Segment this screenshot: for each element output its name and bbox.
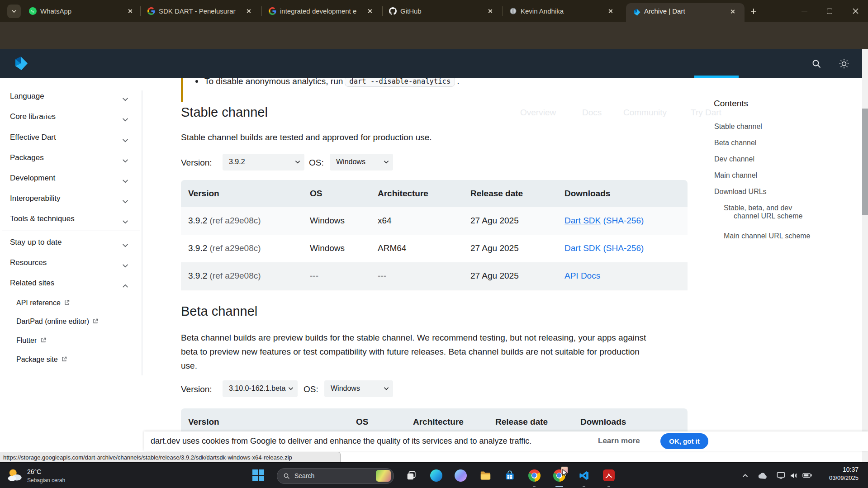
chevron-down-icon[interactable]: [122, 115, 128, 123]
sidebar-item-interoperability[interactable]: Interoperability: [10, 194, 61, 203]
toc-main-channel-scheme[interactable]: Main channel URL scheme: [724, 232, 811, 240]
tab-integrated-development[interactable]: integrated development e: [263, 0, 376, 22]
vscode-button[interactable]: [576, 468, 592, 483]
active-nav-underline: [694, 76, 739, 78]
site-header: Dart Overview Docs Community Try Dart Ge…: [0, 49, 862, 78]
taskbar-clock[interactable]: 10:37 03/09/2025: [814, 466, 859, 481]
stable-description: Stable channel builds are tested and app…: [181, 133, 432, 142]
new-tab-button[interactable]: [747, 5, 760, 18]
sha256-link[interactable]: (SHA-256): [603, 243, 644, 253]
copilot-button[interactable]: [453, 468, 468, 483]
copilot-icon: [455, 469, 467, 482]
tab-sdk-dart-search[interactable]: SDK DART - Penelusuran G: [142, 0, 255, 22]
sidebar-item-effective-dart[interactable]: Effective Dart: [10, 133, 56, 142]
sidebar-item-development[interactable]: Development: [10, 174, 55, 183]
site-search-button[interactable]: [810, 57, 823, 71]
api-docs-link[interactable]: API Docs: [564, 271, 600, 280]
chevron-down-icon[interactable]: [122, 156, 128, 165]
start-button[interactable]: [251, 468, 266, 483]
sidebar-item-language[interactable]: Language: [10, 92, 44, 101]
tab-close-icon[interactable]: [367, 8, 373, 14]
tab-archive-dart-active[interactable]: Archive | Dart: [626, 3, 745, 22]
table-row: 3.9.2 (ref a29e08c) Windows ARM64 27 Agu…: [181, 235, 688, 263]
tab-close-icon[interactable]: [488, 8, 493, 14]
nav-community[interactable]: Community: [623, 108, 667, 118]
window-maximize-button[interactable]: [818, 0, 841, 22]
chevron-down-icon: [384, 387, 389, 390]
sha256-link[interactable]: (SHA-256): [603, 216, 644, 225]
sidebar-item-api-reference[interactable]: API reference: [16, 299, 70, 307]
tab-close-icon[interactable]: [246, 8, 251, 14]
toc-beta-channel[interactable]: Beta channel: [714, 139, 756, 147]
chevron-down-icon[interactable]: [122, 197, 128, 205]
dart-logo-icon[interactable]: [13, 55, 29, 73]
display-cast-button[interactable]: [775, 469, 787, 482]
stable-os-select[interactable]: Windows: [330, 154, 393, 171]
tab-github[interactable]: GitHub: [384, 0, 497, 22]
task-view-button[interactable]: [403, 468, 419, 483]
weather-widget[interactable]: 26°C Sebagian cerah: [4, 464, 85, 486]
tab-whatsapp[interactable]: WhatsApp: [24, 0, 137, 22]
scrollbar-thumb[interactable]: [862, 109, 868, 215]
sidebar-item-related-sites[interactable]: Related sites: [10, 279, 54, 288]
sidebar-item-flutter[interactable]: Flutter: [16, 336, 46, 345]
chevron-down-icon[interactable]: [122, 177, 128, 185]
chevron-down-icon[interactable]: [122, 136, 128, 144]
window-minimize-button[interactable]: [792, 0, 816, 22]
nav-try-dart[interactable]: Try Dart: [691, 108, 721, 118]
hidden-icons-button[interactable]: [739, 469, 751, 482]
chevron-up-icon[interactable]: [122, 282, 128, 290]
chevron-down-icon[interactable]: [122, 218, 128, 226]
chevron-down-icon[interactable]: [122, 241, 128, 249]
tab-search-button[interactable]: [7, 5, 21, 18]
page-scrollbar[interactable]: [862, 49, 868, 462]
google-icon: [269, 7, 276, 15]
battery-button[interactable]: [801, 469, 813, 482]
nav-get-dart[interactable]: Get Dart: [746, 108, 780, 118]
sidebar-item-packages[interactable]: Packages: [10, 153, 44, 162]
sidebar-scrollbar[interactable]: [142, 90, 142, 375]
window-close-button[interactable]: [843, 0, 868, 22]
cookie-learn-more-link[interactable]: Learn more: [598, 436, 640, 445]
toc-download-urls[interactable]: Download URLs: [714, 188, 767, 196]
microsoft-store-button[interactable]: [502, 468, 517, 483]
chrome-button[interactable]: [526, 468, 542, 483]
toc-stable-channel[interactable]: Stable channel: [714, 123, 762, 131]
tab-close-icon[interactable]: [730, 9, 735, 14]
beta-os-select[interactable]: Windows: [324, 380, 393, 397]
sidebar-item-dartpad[interactable]: DartPad (online editor): [16, 317, 98, 326]
nav-docs[interactable]: Docs: [582, 108, 602, 118]
screen: WhatsApp SDK DART - Penelusuran G integr…: [0, 0, 868, 488]
theme-toggle-button[interactable]: [837, 57, 851, 71]
taskbar-search[interactable]: Search: [277, 468, 394, 484]
sidebar-item-tools-techniques[interactable]: Tools & techniques: [10, 214, 75, 223]
edge-button[interactable]: [428, 468, 444, 483]
tab-close-icon[interactable]: [608, 8, 613, 14]
sidebar-item-package-site[interactable]: Package site: [16, 355, 67, 364]
bullet-dot: [195, 80, 198, 83]
toc-main-channel[interactable]: Main channel: [714, 171, 757, 180]
toc-stable-beta-dev-scheme[interactable]: Stable, beta, and dev channel URL scheme: [724, 204, 802, 220]
beta-version-select[interactable]: 3.10.0-162.1.beta: [223, 380, 298, 397]
nav-overview[interactable]: Overview: [520, 108, 556, 118]
callout-period: .: [457, 76, 459, 86]
stable-version-select[interactable]: 3.9.2: [223, 154, 304, 171]
tab-close-icon[interactable]: [128, 8, 133, 14]
chevron-down-icon[interactable]: [122, 95, 128, 103]
sidebar-item-stay-up-to-date[interactable]: Stay up to date: [10, 238, 62, 247]
acrobat-button[interactable]: [601, 468, 617, 483]
status-bar: https://storage.googleapis.com/dart-arch…: [0, 452, 341, 463]
sidebar-item-resources[interactable]: Resources: [10, 258, 47, 267]
onedrive-button[interactable]: [757, 469, 768, 482]
dart-sdk-link[interactable]: Dart SDK: [564, 216, 601, 225]
chevron-down-icon[interactable]: [122, 261, 128, 270]
cookie-accept-button[interactable]: OK, got it: [660, 433, 708, 449]
dart-sdk-link[interactable]: Dart SDK: [564, 243, 601, 253]
globe-icon: [509, 7, 517, 15]
file-explorer-button[interactable]: [478, 468, 493, 483]
toc-dev-channel[interactable]: Dev channel: [714, 155, 754, 163]
site-brand[interactable]: Dart: [33, 104, 57, 119]
taskbar: 26°C Sebagian cerah Search: [0, 462, 868, 488]
tab-kevin-andhika[interactable]: Kevin Andhika: [504, 0, 617, 22]
volume-button[interactable]: [788, 469, 800, 482]
